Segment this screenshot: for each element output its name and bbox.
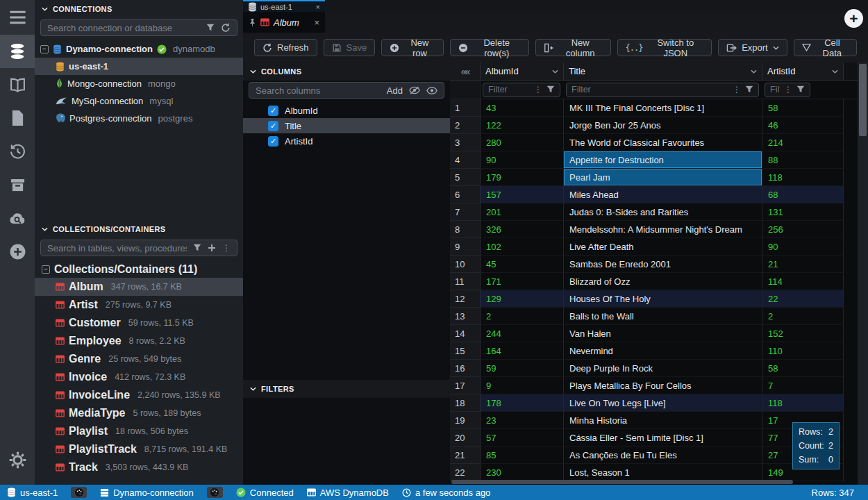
row-number[interactable]: 12 xyxy=(450,290,481,308)
cell-title[interactable]: Lost, Season 1 xyxy=(564,464,762,481)
column-toggle-artistid[interactable]: ✓ArtistId xyxy=(243,133,450,149)
cell-artistid[interactable]: 7 xyxy=(762,377,844,394)
column-header-albumid[interactable]: AlbumId xyxy=(481,62,564,81)
toolbar-new-row-button[interactable]: New row xyxy=(381,39,444,56)
cell-title[interactable]: Pearl Jam xyxy=(564,169,762,186)
cell-albumid[interactable]: 326 xyxy=(481,221,564,238)
settings-button[interactable] xyxy=(0,443,35,476)
filter-input-title[interactable]: Filter⋮ xyxy=(566,83,759,97)
column-toggle-albumid[interactable]: ✓AlbumId xyxy=(243,103,450,118)
columns-section-header[interactable]: COLUMNS xyxy=(243,62,450,81)
cell-title[interactable]: Cássia Eller - Sem Limite [Disc 1] xyxy=(564,429,762,447)
close-icon[interactable]: × xyxy=(316,3,320,11)
cell-title[interactable]: Balls to the Wall xyxy=(564,308,762,325)
cell-albumid[interactable]: 85 xyxy=(481,447,564,464)
connection-us-east-1[interactable]: us-east-1 xyxy=(35,58,243,75)
filter-icon[interactable] xyxy=(546,85,555,94)
collection-playlist[interactable]: Playlist18 rows, 506 bytes xyxy=(35,422,243,440)
cell-albumid[interactable]: 280 xyxy=(481,134,564,151)
checkbox-checked-icon[interactable]: ✓ xyxy=(268,136,278,147)
row-number[interactable]: 15 xyxy=(450,342,481,360)
collection-invoice[interactable]: Invoice412 rows, 72.3 KB xyxy=(35,368,243,386)
row-number[interactable]: 1 xyxy=(450,99,481,117)
add-column-button[interactable]: Add xyxy=(387,85,403,96)
kebab-menu-icon[interactable]: ⋮ xyxy=(784,85,792,94)
toolbar-refresh-button[interactable]: Refresh xyxy=(254,39,317,56)
horizontal-scrollbar[interactable] xyxy=(451,480,793,484)
collections-group-row[interactable]: − Collections/Containers (11) xyxy=(35,260,243,278)
collection-track[interactable]: Track3,503 rows, 443.9 KB xyxy=(35,458,243,476)
cell-artistid[interactable]: 118 xyxy=(762,394,844,412)
collapse-columns-button[interactable]: «« xyxy=(450,62,481,81)
cell-title[interactable]: Live On Two Legs [Live] xyxy=(564,394,762,412)
statusbar-palette[interactable] xyxy=(71,487,87,498)
row-number[interactable]: 17 xyxy=(450,377,481,394)
row-number[interactable]: 7 xyxy=(450,203,481,221)
cell-albumid[interactable]: 2 xyxy=(481,308,564,325)
activitybar-book[interactable] xyxy=(0,68,35,101)
cell-title[interactable]: The World of Classical Favourites xyxy=(564,134,762,151)
column-toggle-title[interactable]: ✓Title xyxy=(243,118,450,133)
column-header-artistid[interactable]: ArtistId xyxy=(762,62,844,81)
row-number[interactable]: 2 xyxy=(450,117,481,134)
cell-albumid[interactable]: 45 xyxy=(481,256,564,273)
row-number[interactable]: 20 xyxy=(450,429,481,447)
toolbar-delete-row-s-button[interactable]: Delete row(s) xyxy=(450,39,529,56)
eye-icon[interactable] xyxy=(426,87,437,94)
collection-invoiceline[interactable]: InvoiceLine2,240 rows, 135.9 KB xyxy=(35,386,243,404)
cell-albumid[interactable]: 43 xyxy=(481,99,564,117)
cell-albumid[interactable]: 179 xyxy=(481,169,564,186)
statusbar-a-few-seconds-ago[interactable]: a few seconds ago xyxy=(402,488,490,498)
eye-off-icon[interactable] xyxy=(409,86,420,94)
tab-group-us-east-1[interactable]: us-east-1 × xyxy=(243,0,325,12)
cell-artistid[interactable]: 88 xyxy=(762,151,844,169)
columns-search-input[interactable]: Search columns Add xyxy=(249,82,444,99)
row-number[interactable]: 4 xyxy=(450,151,481,169)
cell-title[interactable]: Judas 0: B-Sides and Rarities xyxy=(564,203,762,221)
activitybar-cloud-search[interactable] xyxy=(0,201,35,235)
cell-albumid[interactable]: 129 xyxy=(481,290,564,308)
cell-artistid[interactable]: 58 xyxy=(762,360,844,377)
cell-title[interactable]: Nevermind xyxy=(564,342,762,360)
cell-artistid[interactable]: 58 xyxy=(762,99,844,117)
statusbar-dynamo-connection[interactable]: Dynamo-connection xyxy=(100,488,194,498)
connections-search-input[interactable]: Search connection or database xyxy=(40,19,237,36)
cell-albumid[interactable]: 59 xyxy=(481,360,564,377)
cell-title[interactable]: Plays Metallica By Four Cellos xyxy=(564,377,762,394)
toolbar-new-column-button[interactable]: New column xyxy=(535,39,611,56)
cell-title[interactable]: Mendelssohn: A Midsummer Night's Dream xyxy=(564,221,762,238)
column-header-title[interactable]: Title xyxy=(564,62,762,81)
cell-title[interactable]: Miles Ahead xyxy=(564,186,762,203)
cell-albumid[interactable]: 122 xyxy=(481,117,564,134)
cell-title[interactable]: Blizzard of Ozz xyxy=(564,273,762,290)
collection-genre[interactable]: Genre25 rows, 549 bytes xyxy=(35,350,243,368)
close-icon[interactable]: × xyxy=(314,17,319,28)
row-number[interactable]: 5 xyxy=(450,169,481,186)
collapse-expander-icon[interactable]: − xyxy=(40,45,49,53)
row-number[interactable]: 13 xyxy=(450,308,481,325)
collection-album[interactable]: Album347 rows, 16.7 KB xyxy=(35,278,243,296)
activitybar-hamburger-menu[interactable] xyxy=(0,0,35,35)
cell-albumid[interactable]: 230 xyxy=(481,464,564,481)
connection-mongo-connection[interactable]: Mongo-connectionmongo xyxy=(35,75,243,92)
cell-albumid[interactable]: 178 xyxy=(481,394,564,412)
collapse-expander-icon[interactable]: − xyxy=(42,265,50,274)
kebab-menu-icon[interactable]: ⋮ xyxy=(534,85,542,94)
row-number[interactable]: 9 xyxy=(450,238,481,256)
cell-albumid[interactable]: 244 xyxy=(481,325,564,342)
filters-section-header[interactable]: FILTERS xyxy=(243,380,450,398)
filter-icon[interactable] xyxy=(193,244,201,252)
cell-title[interactable]: Appetite for Destruction xyxy=(564,151,762,169)
connections-section-header[interactable]: CONNECTIONS xyxy=(35,0,243,18)
statusbar-connected[interactable]: Connected xyxy=(236,488,294,498)
cell-title[interactable]: Deep Purple In Rock xyxy=(564,360,762,377)
cell-albumid[interactable]: 90 xyxy=(481,151,564,169)
cell-title[interactable]: Houses Of The Holy xyxy=(564,290,762,308)
toolbar-switch-to-json-button[interactable]: {..}Switch to JSON xyxy=(617,39,712,56)
cell-title[interactable]: Sambas De Enredo 2001 xyxy=(564,256,762,273)
toolbar-export-button[interactable]: Export xyxy=(718,39,787,56)
filter-icon[interactable] xyxy=(206,24,215,32)
row-number[interactable]: 16 xyxy=(450,360,481,377)
checkbox-checked-icon[interactable]: ✓ xyxy=(268,106,278,116)
collection-artist[interactable]: Artist275 rows, 9.7 KB xyxy=(35,296,243,314)
